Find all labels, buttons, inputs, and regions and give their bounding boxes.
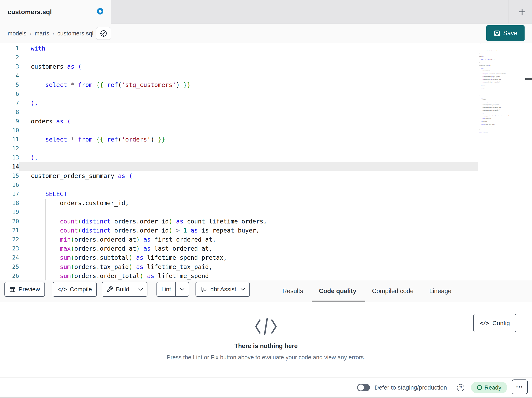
line-number: 1 [0,44,19,53]
code-line-18: 18 orders.customer_id, [0,198,479,208]
config-button-label: Config [492,320,510,326]
status-badge-label: Ready [485,384,501,391]
breadcrumb-item-marts[interactable]: marts [35,30,49,37]
panel-tab-lineage[interactable]: Lineage [429,287,451,295]
line-number: 17 [0,189,19,198]
toggle-knob [358,385,364,391]
code-line-5: 5 select * from {{ ref('stg_customers') … [0,80,479,89]
build-button-label: Build [116,286,129,293]
scrollbar-marker[interactable] [525,78,532,80]
line-number: 2 [0,53,19,62]
code-line-23: 23 max(orders.ordered_at) as last_ordere… [0,244,479,253]
defer-label: Defer to staging/production [374,378,447,397]
line-number: 12 [0,144,19,153]
code-editor[interactable]: 1with23customers as (45 select * from {{… [0,43,532,281]
breadcrumb-item-file: customers.sql [57,30,93,37]
build-split-button: Build [102,282,147,297]
save-icon [494,30,500,37]
dbt-ide-window: + customers.sql models › marts › custome… [0,0,532,398]
line-number: 15 [0,171,19,180]
breadcrumb-row: models › marts › customers.sql [0,24,532,43]
panel-tab-compiled-code[interactable]: Compiled code [372,287,413,295]
breadcrumb: models › marts › customers.sql [8,24,93,43]
panel-tab-code-quality[interactable]: Code quality [319,287,356,295]
assist-chat-sparkle-icon [200,286,208,293]
help-icon[interactable]: ? [457,384,464,391]
save-button[interactable]: Save [486,25,525,41]
line-number: 16 [0,180,19,189]
save-button-label: Save [503,30,518,37]
line-number: 24 [0,253,19,262]
line-number: 22 [0,235,19,244]
code-line-17: 17 SELECT [0,189,479,198]
chevron-down-icon [241,288,245,291]
explore-lineage-button[interactable] [96,27,111,40]
code-line-7: 7), [0,98,479,107]
compass-icon [100,30,108,37]
code-brackets-icon: </> [480,320,489,326]
line-number: 6 [0,89,19,98]
minimap[interactable]: with customers as ( select * from {{ ref… [479,43,509,136]
code-line-11: 11 select * from {{ ref('orders') }} [0,135,479,144]
breadcrumb-separator-icon: › [30,30,32,37]
line-number: 11 [0,135,19,144]
line-number: 8 [0,107,19,117]
result-panel-tabs: ResultsCode qualityCompiled codeLineage [282,281,451,302]
code-line-3: 3customers as ( [0,62,479,71]
more-options-button[interactable]: ••• [512,379,528,394]
code-line-10: 10 [0,126,479,135]
defer-toggle[interactable] [357,384,370,391]
code-line-4: 4 [0,71,479,80]
code-line-9: 9orders as ( [0,117,479,126]
status-ring-icon [477,385,482,390]
panel-tab-results[interactable]: Results [282,287,303,295]
window-bottom-edge [0,397,532,398]
action-toolbar: Preview </> Compile Build [0,281,532,302]
chevron-down-icon [180,288,184,291]
code-brackets-icon: </> [57,286,67,292]
build-button[interactable]: Build [102,282,134,296]
config-button[interactable]: </> Config [473,314,516,332]
lint-button[interactable]: Lint [157,282,175,296]
line-number: 18 [0,198,19,208]
code-line-8: 8 [0,107,479,117]
compile-button[interactable]: </> Compile [53,282,97,297]
line-number: 5 [0,80,19,89]
dbt-assist-button[interactable]: dbt Assist [196,282,250,297]
new-tab-button[interactable]: + [512,0,532,24]
empty-state-subtitle: Press the Lint or Fix button above to ev… [0,354,532,361]
code-line-19: 19 [0,208,479,217]
status-badge[interactable]: Ready [471,382,507,393]
code-line-15: 15customer_orders_summary as ( [0,171,479,180]
table-icon [9,286,16,293]
editor-tab-bar: + customers.sql [0,0,532,24]
line-number: 7 [0,98,19,107]
code-line-13: 13), [0,153,479,162]
code-line-16: 16 [0,180,479,189]
code-line-6: 6 [0,89,479,98]
build-dropdown-button[interactable] [134,282,147,296]
code-line-25: 25 sum(orders.tax_paid) as lifetime_tax_… [0,262,479,271]
preview-button[interactable]: Preview [4,282,45,297]
code-line-22: 22 min(orders.ordered_at) as first_order… [0,235,479,244]
active-tab-underline [312,300,365,302]
tab-bar-divider [508,0,508,24]
compile-button-label: Compile [70,286,92,293]
lint-dropdown-button[interactable] [176,282,189,296]
breadcrumb-item-models[interactable]: models [8,30,26,37]
line-number: 13 [0,153,19,162]
line-number: 10 [0,126,19,135]
code-line-14: 14 [0,162,479,171]
code-lines: 1with23customers as (45 select * from {{… [0,44,479,281]
lint-button-label: Lint [161,286,171,293]
line-number: 25 [0,262,19,271]
code-line-12: 12 [0,144,479,153]
wrench-icon [107,286,113,293]
line-number: 9 [0,117,19,126]
code-line-2: 2 [0,53,479,62]
code-slash-icon [254,317,278,336]
code-line-24: 24 sum(orders.subtotal) as lifetime_spen… [0,253,479,262]
tab-customers-sql[interactable]: customers.sql [0,0,111,24]
chevron-down-icon [138,288,143,291]
code-line-1: 1with [0,44,479,53]
